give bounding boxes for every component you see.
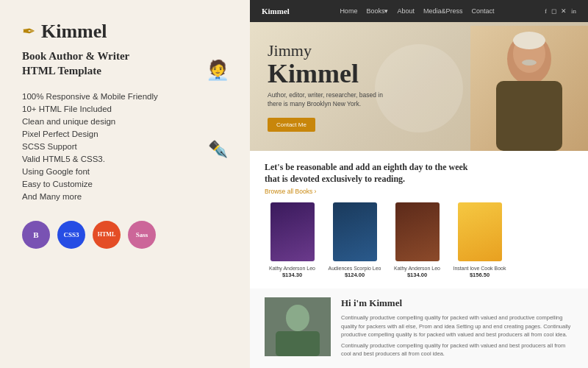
book-title: Kathy Anderson Leo (269, 265, 315, 272)
svg-rect-8 (276, 331, 320, 356)
about-heading: Hi i'm Kimmel (341, 297, 573, 309)
svg-point-7 (286, 305, 309, 331)
books-section: Let's be reasonable and add an eighth da… (250, 151, 588, 289)
feature-item: Clean and unique design (22, 116, 228, 128)
social-facebook-icon[interactable]: f (545, 7, 547, 15)
feature-item: 10+ HTML File Included (22, 103, 228, 116)
books-tagline: Let's be reasonable and add an eighth da… (265, 161, 470, 185)
quill-logo-icon: ✒ (22, 22, 35, 41)
social-twitter-icon[interactable]: ✕ (561, 7, 567, 15)
feature-item: SCSS Support (22, 141, 228, 153)
hero-lastname: Kimmel (268, 60, 385, 87)
nav-brand: Kimmel (262, 7, 290, 15)
bootstrap-badge: B (22, 221, 50, 249)
logo-area: ✒ Kimmel (22, 21, 228, 43)
book-card: Kathy Anderson Leo $134.30 (265, 202, 320, 278)
book-cards-container: Kathy Anderson Leo $134.30 Audiences Sco… (265, 202, 573, 278)
html5-badge: HTML (93, 221, 121, 249)
nav-link-about[interactable]: About (397, 7, 415, 15)
about-paragraph-1: Continually productive compelling qualit… (341, 314, 573, 339)
template-subtitle: Book Author & WriterHTML Template (22, 49, 228, 79)
book-title: Audiences Scorpio Leo (329, 265, 381, 272)
navbar: Kimmel Home Books▾ About Media&Press Con… (250, 0, 588, 22)
hero-firstname: Jimmy (268, 41, 385, 60)
book-price: $134.00 (407, 272, 427, 278)
social-linkedin-icon[interactable]: in (571, 7, 576, 15)
book-cover-image[interactable] (333, 202, 377, 261)
book-card: Instant love Cook Book $156.50 (452, 202, 507, 278)
feature-item: And Many more (22, 191, 228, 203)
book-price: $156.50 (470, 272, 490, 278)
book-price: $124.00 (345, 272, 365, 278)
hero-content: Jimmy Kimmel Author, editor, writer, res… (268, 41, 385, 132)
feature-item: 100% Responsive & Mobile Friendly (22, 91, 228, 103)
feature-item: Easy to Customize (22, 178, 228, 191)
about-text: Hi i'm Kimmel Continually productive com… (341, 297, 573, 359)
features-list: 100% Responsive & Mobile Friendly 10+ HT… (22, 91, 228, 203)
hero-section: Jimmy Kimmel Author, editor, writer, res… (250, 22, 588, 151)
sass-badge: Sass (128, 221, 156, 249)
nav-social: f ◻ ✕ in (545, 7, 576, 15)
left-panel: ✒ Kimmel Book Author & WriterHTML Templa… (0, 0, 250, 368)
browse-all-books-link[interactable]: Browse all Books › (265, 188, 573, 195)
book-cover-image[interactable] (395, 202, 440, 261)
svg-rect-2 (496, 81, 562, 151)
feature-item: Using Google font (22, 166, 228, 178)
about-photo (265, 297, 331, 356)
nav-link-home[interactable]: Home (340, 7, 357, 15)
book-cover-image[interactable] (458, 202, 502, 261)
nav-link-media[interactable]: Media&Press (423, 7, 463, 15)
book-card: Kathy Anderson Leo $134.00 (390, 202, 445, 278)
book-title: Instant love Cook Book (453, 265, 506, 272)
svg-point-5 (522, 60, 537, 66)
feature-item: Valid HTML5 & CSS3. (22, 153, 228, 166)
nav-links: Home Books▾ About Media&Press Contact (340, 7, 494, 15)
book-card: Audiences Scorpio Leo $124.00 (327, 202, 382, 278)
hero-decoration-circle (375, 44, 463, 132)
about-section: Hi i'm Kimmel Continually productive com… (250, 289, 588, 368)
css3-badge: CSS3 (57, 221, 85, 249)
quill-decoration-icon: ✒️ (208, 140, 228, 159)
right-panel: Kimmel Home Books▾ About Media&Press Con… (250, 0, 588, 368)
book-cover-image[interactable] (270, 202, 315, 261)
tech-badges-container: B CSS3 HTML Sass (22, 221, 228, 249)
writer-icon: 🧑‍💼 (206, 59, 229, 82)
svg-point-4 (513, 32, 545, 49)
hero-description: Author, editor, writer, researcher, base… (268, 91, 385, 109)
hero-person-image (470, 26, 588, 151)
book-price: $134.30 (282, 272, 302, 278)
contact-me-button[interactable]: Contact Me (268, 118, 315, 132)
nav-link-contact[interactable]: Contact (471, 7, 494, 15)
social-instagram-icon[interactable]: ◻ (551, 7, 556, 15)
book-title: Kathy Anderson Leo (394, 265, 440, 272)
feature-item: Pixel Perfect Design (22, 128, 228, 141)
nav-link-books[interactable]: Books▾ (366, 7, 388, 15)
about-paragraph-2: Continually productive compelling qualit… (341, 342, 573, 358)
brand-name: Kimmel (41, 21, 107, 43)
